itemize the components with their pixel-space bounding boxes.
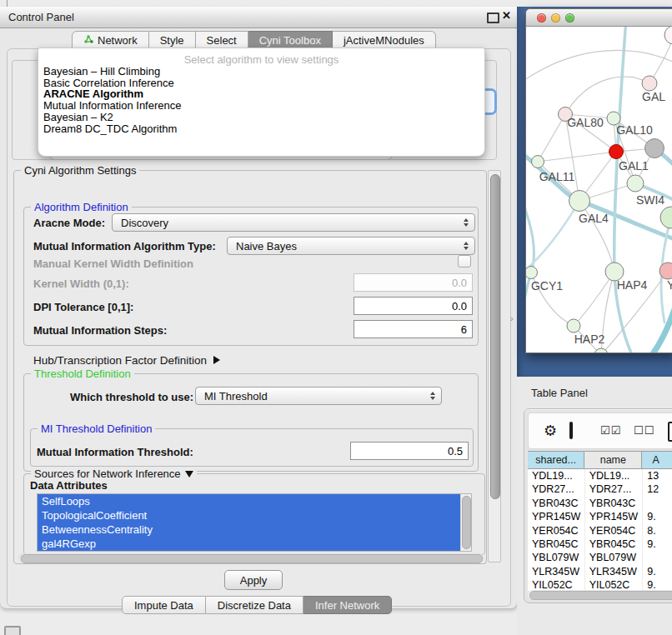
tab-label: jActiveMNodules bbox=[344, 34, 424, 47]
table-cell: 12 bbox=[643, 482, 672, 496]
which-threshold-combobox[interactable]: MI Threshold bbox=[195, 387, 442, 405]
combobox-value: Naive Bayes bbox=[236, 240, 297, 252]
table-row[interactable]: YER054CYER054C8. bbox=[528, 524, 672, 538]
sources-group-title[interactable]: Sources for Network Inference bbox=[31, 468, 197, 480]
scrollbar-thumb[interactable] bbox=[462, 496, 471, 549]
group-title: MI Threshold Definition bbox=[38, 422, 155, 435]
network-canvas[interactable]: GALGAL80GAL10GAL1GAL11GAL4SWI4GCY1HAP4YH… bbox=[526, 27, 672, 352]
column-header[interactable]: shared... bbox=[528, 452, 584, 468]
attribute-list-item[interactable]: BetweennessCentrality bbox=[38, 522, 460, 537]
collapse-triangle-icon[interactable] bbox=[185, 471, 193, 478]
network-node-gal4[interactable] bbox=[569, 191, 590, 212]
which-threshold-label: Which threshold to use: bbox=[70, 391, 193, 403]
table-row[interactable]: YIL052CYIL052C9. bbox=[528, 578, 672, 591]
minimize-traffic-light-icon[interactable] bbox=[551, 13, 560, 22]
algorithm-menu-item[interactable]: Dream8 DC_TDC Algorithm bbox=[38, 123, 484, 135]
table-cell bbox=[643, 497, 672, 510]
table-row[interactable]: YBL079WYBL079W bbox=[528, 551, 672, 564]
table-row[interactable]: YDR27...YDR27...12 bbox=[528, 482, 672, 496]
column-header[interactable]: name bbox=[584, 452, 642, 468]
settings-vertical-scrollbar[interactable] bbox=[488, 170, 501, 562]
table-body: YDL19...YDL19...13YDR27...YDR27...12YBR0… bbox=[528, 469, 672, 591]
table-horizontal-scrollbar[interactable] bbox=[528, 590, 672, 599]
network-node-gal1[interactable] bbox=[627, 175, 644, 192]
network-view-window[interactable]: GALGAL80GAL10GAL1GAL11GAL4SWI4GCY1HAP4YH… bbox=[525, 8, 672, 353]
dpi-tolerance-label: DPI Tolerance [0,1]: bbox=[33, 301, 133, 313]
mi-threshold-field[interactable]: 0.5 bbox=[350, 442, 469, 460]
panel-resize-chevron[interactable]: › bbox=[510, 313, 514, 323]
scrollbar-thumb[interactable] bbox=[529, 591, 672, 600]
table-row[interactable]: YBR045CYBR045C9. bbox=[528, 538, 672, 551]
network-node-gcy1[interactable] bbox=[526, 267, 538, 279]
app-screen: Control Panel ✕ NetworkStyleSelectCyni T… bbox=[0, 0, 672, 635]
scrollbar-thumb[interactable] bbox=[490, 174, 500, 499]
mi-steps-field[interactable]: 6 bbox=[354, 320, 473, 338]
attribute-list-item[interactable]: TopologicalCoefficient bbox=[38, 508, 460, 522]
table-cell: YPR145W bbox=[585, 510, 644, 523]
node-table[interactable]: shared...nameA YDL19...YDL19...13YDR27..… bbox=[528, 451, 672, 591]
mi-type-combobox[interactable]: Naive Bayes bbox=[227, 237, 475, 255]
attribute-list-item[interactable]: gal4RGexp bbox=[38, 537, 460, 551]
network-node-y[interactable] bbox=[659, 262, 672, 279]
tab-impute-data[interactable]: Impute Data bbox=[122, 596, 206, 614]
table-cell: 8. bbox=[643, 524, 672, 538]
algorithm-menu-item[interactable]: Mutual Information Inference bbox=[38, 100, 484, 112]
close-icon[interactable]: ✕ bbox=[502, 9, 511, 22]
table-row[interactable]: YDL19...YDL19...13 bbox=[528, 469, 672, 482]
tab-discretize-data[interactable]: Discretize Data bbox=[206, 596, 303, 614]
file-icon[interactable] bbox=[668, 422, 672, 442]
tab-infer-network[interactable]: Infer Network bbox=[303, 596, 392, 614]
network-window-titlebar[interactable] bbox=[526, 9, 672, 27]
dpi-tolerance-field[interactable]: 0.0 bbox=[354, 297, 473, 315]
tab-label: Discretize Data bbox=[218, 599, 291, 612]
gear-icon[interactable]: ⚙ bbox=[544, 423, 557, 438]
network-node[interactable] bbox=[609, 145, 624, 159]
columns-icon[interactable] bbox=[569, 422, 573, 439]
aracne-mode-combobox[interactable]: Discovery bbox=[112, 213, 475, 232]
mi-steps-label: Mutual Information Steps: bbox=[33, 324, 167, 337]
network-node[interactable] bbox=[645, 139, 664, 158]
network-node-gal[interactable] bbox=[642, 76, 657, 91]
settings-horizontal-scrollbar[interactable] bbox=[18, 553, 484, 562]
attribute-list-item[interactable]: SelfLoops bbox=[38, 494, 460, 508]
float-panel-icon[interactable] bbox=[487, 12, 499, 23]
network-node-swi4[interactable] bbox=[660, 207, 672, 228]
node-label: HAP4 bbox=[617, 278, 648, 292]
kernel-width-label: Kernel Width (0,1): bbox=[33, 278, 129, 290]
network-node-gal11[interactable] bbox=[532, 156, 544, 168]
table-row[interactable]: YPR145WYPR145W9. bbox=[528, 510, 672, 523]
apply-button[interactable]: Apply bbox=[224, 570, 283, 590]
combobox-value: Discovery bbox=[121, 217, 168, 229]
scrollbar-thumb[interactable] bbox=[21, 554, 483, 563]
table-cell: 9. bbox=[643, 578, 672, 591]
node-label: GAL10 bbox=[616, 123, 653, 137]
algorithm-dropdown-menu: Select algorithm to view settings Bayesi… bbox=[38, 48, 485, 157]
manual-kernel-checkbox[interactable] bbox=[458, 255, 471, 268]
hub-definition-toggle[interactable]: Hub/Transcription Factor Definition bbox=[33, 354, 220, 367]
table-panel-container: ⚙ ☑☑ ☐☐ shared...nameA YDL19...YDL19...1… bbox=[524, 408, 672, 603]
field-value: 0.0 bbox=[452, 277, 467, 289]
network-node[interactable] bbox=[664, 27, 672, 44]
network-node-hap2[interactable] bbox=[567, 319, 580, 332]
algorithm-menu-item[interactable]: Basic Correlation Inference bbox=[38, 78, 484, 89]
kernel-width-field[interactable]: 0.0 bbox=[354, 273, 473, 292]
column-header[interactable]: A bbox=[642, 452, 672, 468]
zoom-traffic-light-icon[interactable] bbox=[565, 13, 574, 22]
aracne-mode-label: Aracne Mode: bbox=[33, 217, 105, 229]
close-traffic-light-icon[interactable] bbox=[537, 13, 546, 22]
table-row[interactable]: YBR043CYBR043C bbox=[528, 497, 672, 510]
algorithm-menu-item[interactable]: Bayesian – Hill Climbing bbox=[38, 66, 484, 78]
attributes-scrollbar[interactable] bbox=[460, 494, 471, 551]
algorithm-menu-item[interactable]: Bayesian – K2 bbox=[38, 112, 484, 123]
dropdown-items: Bayesian – Hill ClimbingBasic Correlatio… bbox=[38, 66, 484, 134]
data-attributes-list[interactable]: SelfLoopsTopologicalCoefficientBetweenne… bbox=[37, 493, 472, 552]
node-label: GCY1 bbox=[531, 279, 563, 292]
table-row[interactable]: YLR345WYLR345W9. bbox=[528, 565, 672, 578]
checked-columns-icon[interactable]: ☑☑ bbox=[600, 424, 621, 437]
algorithm-menu-item[interactable]: ARACNE Algorithm bbox=[38, 88, 484, 100]
table-cell: 13 bbox=[643, 469, 672, 482]
collapsed-panel-icon[interactable] bbox=[4, 626, 21, 635]
unchecked-columns-icon[interactable]: ☐☐ bbox=[634, 424, 654, 437]
expand-triangle-icon[interactable] bbox=[213, 356, 220, 364]
node-label: GAL1 bbox=[619, 159, 649, 172]
